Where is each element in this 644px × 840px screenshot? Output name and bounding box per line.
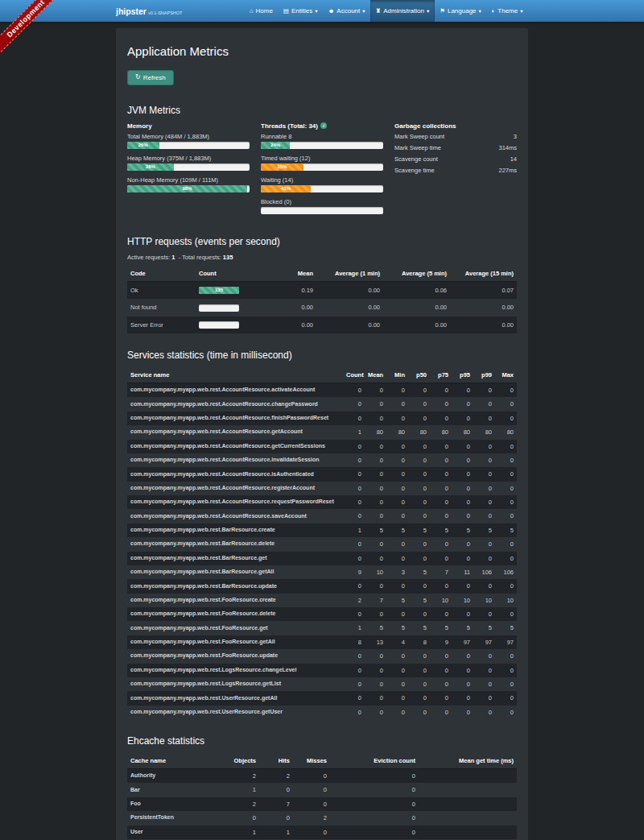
table-row: com.mycompany.myapp.web.rest.AccountReso… [127, 412, 517, 425]
gc-stat-row: Mark Sweep count 3 [394, 131, 517, 143]
service-name-cell: com.mycompany.myapp.web.rest.AccountReso… [127, 383, 343, 398]
gc-stat-value: 3 [514, 133, 517, 140]
memory-heading: Memory [127, 122, 250, 130]
service-name-cell: com.mycompany.myapp.web.rest.FooResource… [127, 649, 343, 663]
theme-icon [492, 7, 496, 14]
table-row: com.mycompany.myapp.web.rest.AccountReso… [127, 383, 517, 398]
memory-column: Memory Total Memory (484M / 1,883M) 26% … [127, 122, 250, 220]
brand-name: jhipster [116, 6, 147, 16]
cache-name-cell: PersistentToken [127, 811, 221, 825]
service-name-cell: com.mycompany.myapp.web.rest.AccountReso… [127, 453, 343, 467]
threads-heading: Threads (Total: 34)i [261, 122, 383, 130]
garbage-collections-column: Garbage collections Mark Sweep count 3 M… [394, 122, 517, 220]
table-row: com.mycompany.myapp.web.rest.BarResource… [127, 565, 517, 579]
nav-item-label: Home [256, 7, 273, 14]
http-count-cell [196, 299, 264, 317]
nav-item[interactable]: Account [323, 0, 370, 22]
http-code-cell: Server Error [127, 317, 196, 334]
table-row: com.mycompany.myapp.web.rest.UserResourc… [127, 706, 517, 719]
service-name-cell: com.mycompany.myapp.web.rest.UserResourc… [127, 691, 343, 705]
service-name-cell: com.mycompany.myapp.web.rest.AccountReso… [127, 467, 343, 481]
metric-bar-group: Waiting (14) 41% [261, 176, 383, 192]
refresh-icon: ↻ [135, 74, 141, 81]
nav-item[interactable]: Home [244, 0, 278, 22]
table-row: Server Error 0.00 0.00 0.00 0.00 [127, 317, 517, 334]
table-row: com.mycompany.myapp.web.rest.FooResource… [127, 594, 517, 607]
service-name-cell: com.mycompany.myapp.web.rest.AccountReso… [127, 509, 343, 523]
table-row: Authority 2 2 0 0 [127, 769, 517, 784]
ehcache-statistics-table: Cache name Objects Hits Misses Eviction … [127, 753, 517, 839]
ehcache-statistics-heading: Ehcache statistics [127, 735, 517, 747]
http-count-cell [196, 317, 264, 334]
service-name-cell: com.mycompany.myapp.web.rest.BarResource… [127, 523, 343, 537]
administration-icon [376, 7, 382, 14]
service-name-cell: com.mycompany.myapp.web.rest.UserResourc… [127, 706, 343, 719]
garbage-collections-heading: Garbage collections [394, 122, 517, 130]
table-row: com.mycompany.myapp.web.rest.BarResource… [127, 537, 517, 551]
chevron-down-icon [427, 7, 429, 14]
brand-link[interactable]: jhipster v0.1-SNAPSHOT [116, 6, 182, 16]
metric-bar-group: Total Memory (484M / 1,883M) 26% [127, 133, 250, 149]
chevron-down-icon [520, 7, 522, 14]
progress-track: 135 [199, 287, 239, 294]
threads-column: Threads (Total: 34)i Runnable 8 24% Time… [261, 122, 383, 220]
chevron-down-icon [315, 7, 317, 14]
nav-item[interactable]: Theme [486, 0, 528, 22]
metric-bar-group: Non-Heap Memory (109M / 111M) 98% [127, 176, 250, 192]
cache-name-cell: Authority [127, 769, 221, 784]
nav-menu: Home Entities Account Administration Lan… [244, 0, 528, 22]
threads-info-icon[interactable]: i [320, 122, 327, 129]
refresh-button[interactable]: ↻ Refresh [127, 70, 174, 85]
nav-item-label: Language [448, 7, 477, 14]
total-requests-count: 135 [223, 254, 233, 261]
nav-item[interactable]: Language [435, 0, 487, 22]
progress-fill: 98% [127, 185, 247, 192]
services-statistics-table: Service name Count Mean Min p50 p75 p95 … [127, 367, 517, 719]
table-row: com.mycompany.myapp.web.rest.AccountReso… [127, 453, 517, 467]
progress-fill: 35% [261, 163, 303, 171]
service-name-cell: com.mycompany.myapp.web.rest.AccountReso… [127, 482, 343, 495]
http-code-cell: Not found [127, 299, 196, 317]
jvm-metrics-heading: JVM Metrics [127, 105, 517, 116]
language-icon [440, 7, 445, 14]
chevron-down-icon [362, 7, 365, 14]
service-name-cell: com.mycompany.myapp.web.rest.FooResource… [127, 607, 343, 621]
table-row: PersistentToken 0 0 2 0 [127, 811, 517, 825]
metric-label: Waiting (14) [261, 176, 383, 184]
nav-item[interactable]: Entities [278, 0, 323, 22]
http-count-cell: 135 [196, 281, 264, 299]
gc-stat-row: Scavenge time 227ms [394, 165, 517, 176]
service-name-cell: com.mycompany.myapp.web.rest.AccountReso… [127, 425, 343, 439]
table-header-row: Cache name Objects Hits Misses Eviction … [127, 753, 517, 769]
cache-name-cell: User [127, 826, 221, 839]
table-row: com.mycompany.myapp.web.rest.AccountReso… [127, 509, 517, 523]
table-row: com.mycompany.myapp.web.rest.FooResource… [127, 649, 517, 663]
progress-track: 24% [261, 142, 383, 149]
progress-track [261, 207, 383, 214]
table-row: com.mycompany.myapp.web.rest.BarResource… [127, 552, 517, 565]
nav-item-label: Administration [383, 7, 424, 14]
table-row: com.mycompany.myapp.web.rest.LogsResourc… [127, 664, 517, 677]
progress-fill: 41% [261, 185, 311, 192]
http-requests-heading: HTTP requests (events per second) [127, 236, 517, 247]
nav-item[interactable]: Administration [370, 0, 435, 22]
metric-label: Blocked (0) [261, 198, 383, 205]
service-name-cell: com.mycompany.myapp.web.rest.BarResource… [127, 579, 343, 593]
table-row: Not found 0.00 0.00 0.00 0.00 [127, 299, 517, 317]
progress-track: 26% [127, 142, 250, 149]
service-name-cell: com.mycompany.myapp.web.rest.BarResource… [127, 537, 343, 551]
table-header-row: Code Count Mean Average (1 min) Average … [127, 266, 517, 282]
table-row: com.mycompany.myapp.web.rest.AccountReso… [127, 397, 517, 411]
service-name-cell: com.mycompany.myapp.web.rest.FooResource… [127, 594, 343, 607]
progress-track [199, 304, 239, 312]
gc-stat-label: Scavenge count [394, 155, 438, 163]
service-name-cell: com.mycompany.myapp.web.rest.FooResource… [127, 621, 343, 635]
service-name-cell: com.mycompany.myapp.web.rest.AccountReso… [127, 412, 343, 425]
service-name-cell: com.mycompany.myapp.web.rest.AccountReso… [127, 397, 343, 411]
gc-stat-label: Mark Sweep time [394, 144, 441, 151]
table-row: com.mycompany.myapp.web.rest.UserResourc… [127, 691, 517, 705]
http-summary: Active requests:1 - Total requests:135 [127, 254, 517, 261]
metric-label: Timed waiting (12) [261, 155, 383, 162]
progress-track: 38% [127, 163, 250, 171]
table-row: Bar 1 0 0 0 [127, 783, 517, 797]
